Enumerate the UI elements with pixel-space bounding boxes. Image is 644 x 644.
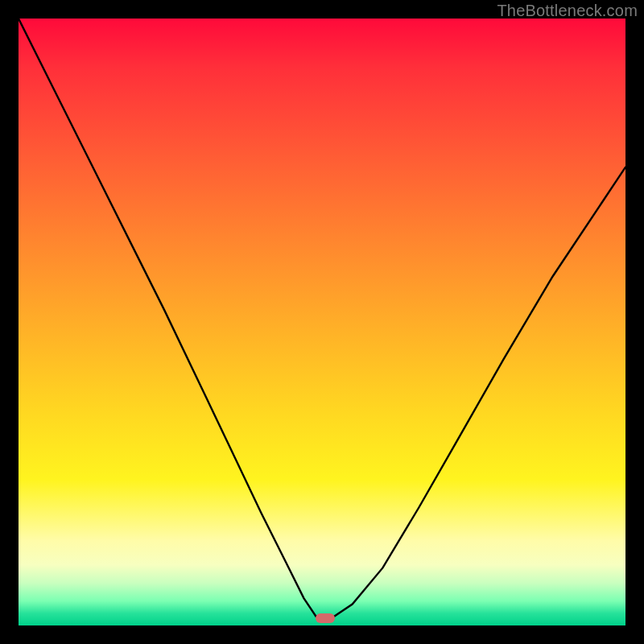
chart-frame: TheBottleneck.com: [0, 0, 644, 644]
plot-area: [19, 19, 625, 625]
watermark-text: TheBottleneck.com: [497, 2, 638, 20]
bottleneck-curve: [19, 19, 625, 625]
curve-minimum-marker: [316, 613, 335, 623]
